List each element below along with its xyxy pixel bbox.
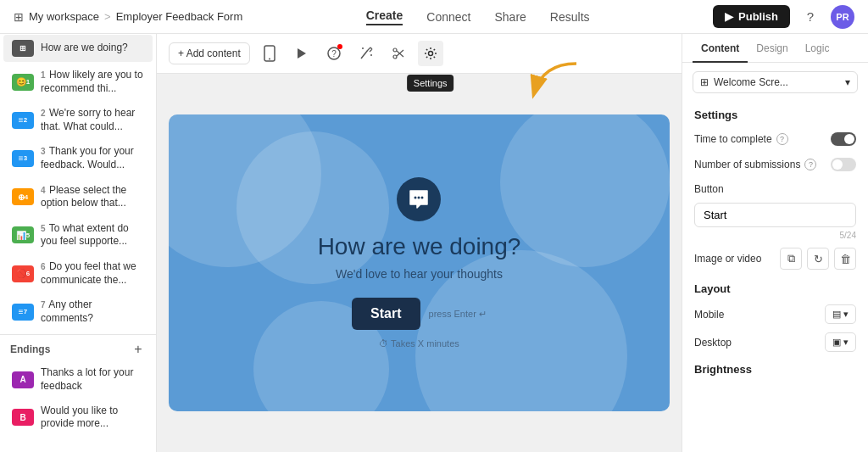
mobile-layout-row: Mobile ▤ ▾	[682, 300, 868, 328]
help-circle-button[interactable]: ?	[321, 41, 347, 66]
layout-section-title: Layout	[682, 276, 868, 300]
tab-content[interactable]: Content	[693, 34, 748, 63]
q6-text: 6 Do you feel that we communicate the...	[41, 260, 144, 287]
endings-title: Endings	[10, 343, 50, 355]
delete-image-button[interactable]: 🗑	[834, 248, 856, 270]
panel-screen-dropdown[interactable]: ⊞ Welcome Scre... ▾	[693, 71, 858, 93]
time-complete-toggle[interactable]	[831, 132, 856, 146]
svg-point-6	[370, 54, 372, 56]
settings-button[interactable]	[418, 41, 443, 66]
breadcrumb-separator: >	[104, 10, 111, 23]
help-button[interactable]: ?	[798, 5, 822, 29]
add-content-label: + Add content	[178, 47, 241, 59]
svg-point-13	[415, 197, 417, 199]
mobile-layout-label: Mobile	[694, 309, 724, 321]
right-panel: Content Design Logic ⊞ Welcome Scre... ▾…	[682, 34, 868, 452]
button-section-title: Button	[694, 183, 724, 195]
canvas-subtitle: We'd love to hear your thoughts	[318, 267, 521, 281]
svg-point-1	[269, 59, 270, 60]
desktop-layout-chevron: ▾	[843, 337, 849, 348]
refresh-image-button[interactable]: ↻	[807, 248, 829, 270]
svg-point-15	[421, 197, 424, 199]
q1-icon: 😊1	[12, 74, 34, 91]
breadcrumb: ⊞ My workspace > Employer Feedback Form	[14, 10, 242, 24]
canvas-footer: ⏱ Takes X minutes	[318, 338, 521, 349]
desktop-layout-icon: ▣	[832, 337, 841, 348]
q4-text: 4 Please select the option below that...	[41, 184, 144, 210]
char-count: 5/24	[682, 229, 868, 242]
sidebar-question-6[interactable]: 🚫6 6 Do you feel that we communicate the…	[3, 255, 153, 292]
mobile-layout-button[interactable]: ▤ ▾	[825, 304, 856, 324]
q2-icon: ≡2	[12, 112, 34, 129]
panel-tabs: Content Design Logic	[682, 34, 868, 63]
sidebar-question-2[interactable]: ≡2 2 We're sorry to hear that. What coul…	[3, 102, 153, 138]
sidebar-question-7[interactable]: ≡7 7 Any other comments?	[3, 293, 153, 330]
mobile-layout-icon: ▤	[832, 309, 841, 320]
ending-a-icon: A	[12, 371, 34, 388]
svg-point-14	[418, 197, 420, 199]
sidebar-ending-b[interactable]: B Would you like to provide more...	[3, 399, 153, 436]
svg-point-7	[393, 48, 397, 52]
ending-b-text: Would you like to provide more...	[41, 405, 144, 431]
sidebar-ending-a[interactable]: A Thanks a lot for your feedback	[3, 361, 153, 398]
desktop-layout-label: Desktop	[694, 337, 732, 349]
settings-section-title: Settings	[682, 102, 868, 126]
q1-text: 1 How likely are you to recommend thi...	[41, 69, 144, 95]
tab-results[interactable]: Results	[550, 10, 590, 24]
sidebar-question-4[interactable]: ⊕4 4 Please select the option below that…	[3, 179, 153, 215]
submissions-help-icon[interactable]: ?	[804, 159, 816, 170]
add-content-button[interactable]: + Add content	[169, 42, 250, 64]
time-to-complete-row: Time to complete ?	[682, 126, 868, 152]
scissors-button[interactable]	[386, 41, 411, 66]
desktop-layout-button[interactable]: ▣ ▾	[825, 332, 856, 352]
settings-tooltip: Settings	[407, 75, 454, 92]
svg-marker-2	[298, 48, 306, 59]
ending-a-text: Thanks a lot for your feedback	[41, 366, 144, 393]
button-input[interactable]	[694, 203, 856, 227]
chevron-down-icon: ▾	[845, 76, 850, 88]
top-nav: ⊞ My workspace > Employer Feedback Form …	[0, 0, 868, 34]
sidebar-welcome-item[interactable]: ⊞ How are we doing?	[3, 35, 153, 62]
q4-icon: ⊕4	[12, 188, 34, 205]
form-title: Employer Feedback Form	[116, 10, 243, 23]
num-submissions-toggle[interactable]	[831, 158, 856, 171]
dropdown-icon: ⊞	[700, 76, 709, 88]
time-help-icon[interactable]: ?	[776, 133, 788, 145]
badge-dot	[337, 44, 342, 49]
sidebar-question-1[interactable]: 😊1 1 How likely are you to recommend thi…	[3, 64, 153, 100]
workspace-name[interactable]: My workspace	[29, 10, 99, 23]
tab-connect[interactable]: Connect	[426, 10, 470, 24]
publish-label: Publish	[738, 10, 778, 23]
copy-image-button[interactable]: ⧉	[780, 248, 802, 270]
deco-circle-3	[500, 114, 670, 267]
sidebar-question-3[interactable]: ≡3 3 Thank you for your feedback. Would.…	[3, 140, 153, 176]
mobile-preview-button[interactable]	[257, 41, 282, 66]
tab-share[interactable]: Share	[494, 10, 526, 24]
q5-text: 5 To what extent do you feel supporte...	[41, 222, 144, 248]
nav-actions: ▶ Publish ? PR	[713, 5, 854, 29]
image-video-actions: ⧉ ↻ 🗑	[780, 248, 856, 270]
time-to-complete-label: Time to complete ?	[694, 133, 788, 145]
button-label-row: Button	[682, 177, 868, 201]
play-preview-button[interactable]	[289, 41, 314, 66]
tab-design[interactable]: Design	[748, 34, 796, 63]
image-video-label: Image or video	[694, 253, 761, 265]
magic-wand-button[interactable]	[353, 41, 379, 66]
add-ending-button[interactable]: +	[131, 342, 146, 357]
publish-button[interactable]: ▶ Publish	[713, 5, 790, 28]
endings-header: Endings +	[0, 335, 156, 360]
tab-logic[interactable]: Logic	[797, 34, 838, 63]
svg-line-10	[397, 50, 403, 56]
brightness-section-title: Brightness	[682, 356, 868, 381]
mobile-icon	[264, 45, 275, 62]
nav-tabs: Create Connect Share Results	[366, 8, 590, 25]
avatar[interactable]: PR	[831, 5, 854, 29]
sidebar-question-5[interactable]: 📊5 5 To what extent do you feel supporte…	[3, 217, 153, 254]
tab-create[interactable]: Create	[366, 8, 403, 25]
press-enter-label: press Enter ↵	[429, 309, 487, 320]
main-layout: ⊞ How are we doing? 😊1 1 How likely are …	[0, 34, 868, 452]
welcome-icon: ⊞	[12, 40, 34, 57]
chat-bubble-icon	[397, 177, 441, 221]
start-button[interactable]: Start	[352, 298, 420, 330]
svg-text:?: ?	[331, 49, 337, 59]
